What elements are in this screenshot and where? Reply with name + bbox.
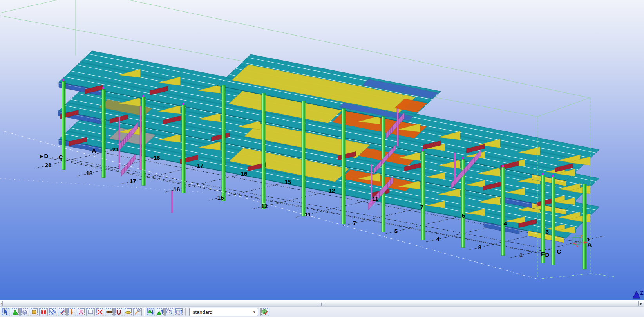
grid-label: 11 <box>305 211 311 218</box>
grid-label: 3 <box>546 228 549 235</box>
toolbar-separator <box>185 308 186 316</box>
model-viewport-window: Z Z EEDDCCAA2121181817171616151512121111… <box>0 0 644 317</box>
select-grid-lines-icon <box>59 308 66 315</box>
grid-label: 21 <box>112 146 119 153</box>
select-views-button[interactable] <box>86 308 95 316</box>
select-loads-icon <box>125 308 132 315</box>
select-components-highest-button[interactable] <box>175 308 183 316</box>
select-fittings-button[interactable] <box>96 308 104 316</box>
select-surfaces-icon <box>21 308 28 315</box>
grid-label: 4 <box>504 220 507 227</box>
toolbar-separator <box>144 308 145 316</box>
grid-label: C <box>59 154 63 160</box>
select-components-icon <box>31 308 38 315</box>
select-objects-in-assemblies-icon <box>157 308 164 315</box>
grid-label: 12 <box>261 203 268 209</box>
select-reinforcing-bars-icon <box>115 308 122 315</box>
grid-label: 7 <box>420 204 423 211</box>
selection-filter-dropdown[interactable]: standard ▼ <box>189 308 258 316</box>
grid-label: 17 <box>197 162 204 169</box>
select-all-icon <box>2 308 9 315</box>
select-points-icon <box>40 308 47 315</box>
grid-label: 16 <box>174 186 180 193</box>
grid-label: E <box>40 153 44 160</box>
grid-label: 15 <box>217 194 224 201</box>
chevron-down-icon[interactable]: ▼ <box>251 310 258 314</box>
scrollbar-grip <box>318 303 324 306</box>
select-components-lowest-icon <box>166 308 173 315</box>
select-objects-in-assemblies-button[interactable] <box>156 308 165 316</box>
select-components-highest-icon <box>175 308 183 315</box>
select-grids-icon <box>49 308 56 315</box>
grid-label: C <box>557 248 561 255</box>
select-surfaces-button[interactable] <box>20 308 29 316</box>
globe-check-button[interactable] <box>260 308 269 316</box>
grid-label: E <box>541 251 545 258</box>
axis-z-label: Z <box>640 290 644 296</box>
grid-label: 15 <box>285 178 291 185</box>
select-points-button[interactable] <box>39 308 48 316</box>
grid-label: 12 <box>329 187 335 194</box>
selection-filter-value: standard <box>190 309 251 315</box>
select-loads-button[interactable] <box>124 308 132 316</box>
select-assemblies-button[interactable] <box>147 308 155 316</box>
select-assemblies-icon <box>147 308 154 315</box>
grid-label: 7 <box>353 220 356 226</box>
select-welds-button[interactable] <box>77 308 85 316</box>
view-z-axis-indicator: Z <box>633 290 644 298</box>
grid-label: 1 <box>519 252 523 258</box>
grid-label: 18 <box>154 154 160 161</box>
select-grids-button[interactable] <box>49 308 57 316</box>
select-components-lowest-button[interactable] <box>165 308 174 316</box>
select-components-button[interactable] <box>30 308 38 316</box>
grid-label: A <box>92 147 96 154</box>
grid-label: 5 <box>462 212 465 219</box>
grid-label: 21 <box>45 162 52 168</box>
select-joints-button[interactable] <box>67 308 76 316</box>
select-bolts-icon <box>106 308 113 315</box>
select-cuts-button[interactable] <box>133 308 142 316</box>
grid-label: 11 <box>372 195 378 202</box>
select-parts-button[interactable] <box>11 308 20 316</box>
select-views-icon <box>87 308 94 315</box>
select-reinforcing-bars-button[interactable] <box>114 308 123 316</box>
ucs-z-label: Z <box>580 234 583 239</box>
grid-label: 1 <box>587 236 590 243</box>
grid-label: 17 <box>130 178 136 184</box>
scroll-left-arrow[interactable]: ◀ <box>0 301 3 307</box>
select-joints-icon <box>68 308 75 315</box>
horizontal-scrollbar[interactable]: ◀ ▶ <box>0 300 644 306</box>
grid-label: 5 <box>394 228 398 234</box>
select-cuts-icon <box>134 308 141 315</box>
grid-label: D <box>545 251 550 258</box>
scrollbar-thumb[interactable] <box>3 301 639 307</box>
grid-label: 4 <box>436 236 440 242</box>
building-model[interactable] <box>58 51 599 269</box>
select-fittings-icon <box>96 308 103 315</box>
grid-label: 18 <box>86 170 93 177</box>
grid-label: 16 <box>241 170 248 177</box>
model-3d-view[interactable]: Z Z EEDDCCAA2121181817171616151512121111… <box>0 0 644 300</box>
select-all-button[interactable] <box>2 308 10 316</box>
globe-check-icon <box>261 308 268 315</box>
select-welds-icon <box>78 308 85 315</box>
select-parts-icon <box>12 308 19 315</box>
structural-model-scene: Z Z EEDDCCAA2121181817171616151512121111… <box>0 0 644 300</box>
scroll-right-arrow[interactable]: ▶ <box>639 301 644 307</box>
selection-switches-toolbar: standard ▼ <box>0 306 644 317</box>
grid-label: 3 <box>478 244 481 250</box>
select-bolts-button[interactable] <box>105 308 114 316</box>
grid-label: D <box>44 153 49 159</box>
select-grid-lines-button[interactable] <box>58 308 67 316</box>
